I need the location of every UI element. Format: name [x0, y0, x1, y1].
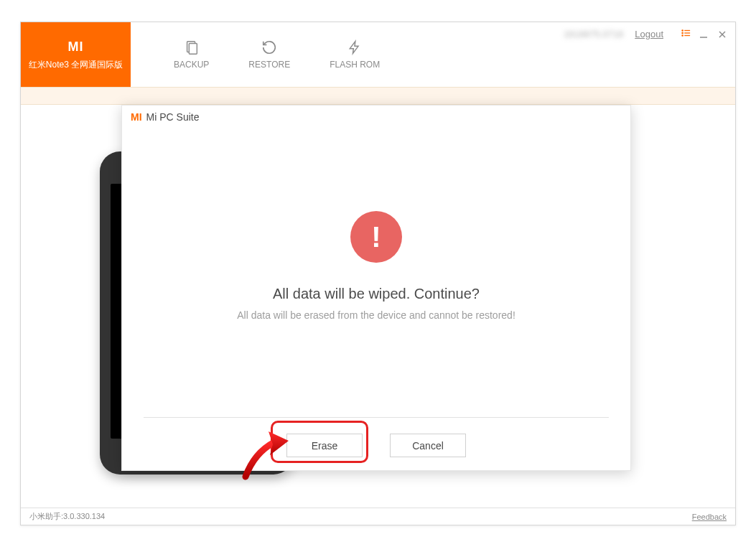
dialog-title-text: Mi PC Suite [146, 111, 200, 123]
svg-point-6 [682, 35, 683, 36]
menu-icon[interactable] [681, 28, 691, 40]
tab-flashrom-label: FLASH ROM [330, 60, 380, 70]
content-area: пппппп MI Mi PC Suite ! All data will be… [21, 105, 735, 507]
tab-restore[interactable]: RESTORE [248, 39, 290, 70]
logout-link[interactable]: Logout [635, 29, 663, 39]
close-button[interactable] [717, 29, 728, 40]
confirm-dialog: MI Mi PC Suite ! All data will be wiped.… [121, 105, 631, 471]
restore-icon [261, 39, 277, 55]
dialog-subtext: All data will be erased from the device … [237, 309, 515, 321]
version-text: 小米助手:3.0.330.134 [29, 511, 105, 522]
tab-backup-label: BACKUP [174, 60, 209, 70]
dialog-title-bar: MI Mi PC Suite [122, 106, 630, 128]
device-name: 红米Note3 全网通国际版 [29, 59, 123, 71]
mi-small-icon: MI [131, 111, 142, 123]
feedback-link[interactable]: Feedback [692, 513, 727, 521]
tabs-bar: BACKUP RESTORE FLASH ROM [131, 22, 380, 87]
tab-flashrom[interactable]: FLASH ROM [330, 39, 380, 70]
svg-rect-1 [189, 44, 197, 55]
window-controls: 1618875.0718 Logout [564, 28, 728, 40]
tab-backup[interactable]: BACKUP [174, 39, 209, 70]
mi-logo-icon: MI [68, 38, 84, 56]
backup-icon [184, 39, 200, 55]
dialog-divider [144, 417, 609, 418]
svg-point-4 [682, 32, 683, 33]
cancel-button[interactable]: Cancel [390, 434, 466, 457]
erase-button[interactable]: Erase [286, 434, 363, 457]
flash-icon [347, 39, 363, 55]
alert-icon: ! [350, 211, 402, 263]
notice-bar [21, 87, 735, 105]
minimize-button[interactable] [698, 29, 709, 40]
dialog-buttons: Erase Cancel [122, 434, 630, 457]
header: MI 红米Note3 全网通国际版 BACKUP RESTORE FLAS [21, 22, 735, 87]
dialog-footer: Erase Cancel [122, 417, 630, 457]
device-tile[interactable]: MI 红米Note3 全网通国际版 [21, 22, 131, 87]
user-id: 1618875.0718 [564, 29, 623, 39]
dialog-heading: All data will be wiped. Continue? [273, 286, 480, 302]
main-window: MI 红米Note3 全网通国际版 BACKUP RESTORE FLAS [20, 22, 736, 525]
tab-restore-label: RESTORE [248, 60, 290, 70]
dialog-body: ! All data will be wiped. Continue? All … [122, 128, 630, 321]
status-bar: 小米助手:3.0.330.134 Feedback [21, 508, 735, 525]
svg-point-2 [682, 30, 683, 31]
